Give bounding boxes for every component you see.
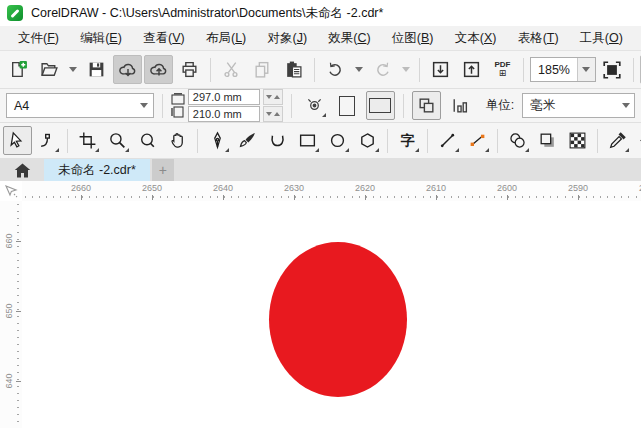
zoom-to-page-icon bbox=[602, 60, 622, 80]
pan-tool[interactable] bbox=[163, 126, 192, 155]
coreldraw-window: CorelDRAW - C:\Users\Administrator\Docum… bbox=[0, 0, 641, 447]
menu-item[interactable]: 编辑(E) bbox=[74, 28, 128, 49]
snap-target-icon bbox=[305, 96, 324, 115]
workspace: 266026502640263026202610260025902580 660… bbox=[0, 181, 641, 428]
import-button[interactable] bbox=[426, 55, 455, 84]
zoom-level-combobox[interactable]: 185% bbox=[530, 57, 596, 82]
ruler-label: 2630 bbox=[284, 183, 304, 193]
crop-tool[interactable] bbox=[73, 126, 102, 155]
toolbar-separator bbox=[633, 58, 634, 82]
chevron-down-icon bbox=[402, 67, 410, 72]
publish-to-pdf-button[interactable]: PDF⊞ bbox=[488, 55, 517, 84]
toolbar-separator bbox=[197, 129, 198, 153]
ruler-major-tick bbox=[16, 381, 21, 382]
paste-icon bbox=[284, 60, 303, 79]
redo-icon bbox=[373, 60, 392, 79]
shadow-tool[interactable] bbox=[503, 126, 532, 155]
new-document-icon bbox=[9, 60, 28, 79]
page-height-field[interactable]: 210.0 mm bbox=[188, 106, 260, 122]
menu-item[interactable]: 布局(L) bbox=[200, 28, 252, 49]
connector-tool[interactable] bbox=[463, 126, 492, 155]
print-button[interactable] bbox=[175, 55, 204, 84]
title-bar: CorelDRAW - C:\Users\Administrator\Docum… bbox=[0, 0, 641, 26]
undo-dropdown[interactable] bbox=[352, 57, 366, 82]
menu-item[interactable]: 文本(X) bbox=[449, 28, 503, 49]
menu-item[interactable]: 位图(B) bbox=[386, 28, 440, 49]
eyedropper-icon bbox=[608, 131, 627, 150]
menu-item[interactable]: 工具(O) bbox=[574, 28, 629, 49]
zoom-to-page-button[interactable] bbox=[598, 55, 627, 84]
menu-item[interactable]: 表格(T) bbox=[512, 28, 565, 49]
page-width-field[interactable]: 297.0 mm bbox=[188, 89, 260, 105]
transparency-tool[interactable] bbox=[563, 126, 592, 155]
menu-item[interactable]: 效果(C) bbox=[322, 28, 376, 49]
new-tab-button[interactable]: + bbox=[152, 159, 174, 181]
page-bars-icon bbox=[450, 96, 469, 115]
redo-button[interactable] bbox=[368, 55, 397, 84]
current-page-button[interactable] bbox=[445, 91, 474, 120]
connector-icon bbox=[468, 131, 487, 150]
vertical-ruler[interactable]: 660650640630 bbox=[0, 201, 22, 428]
document-tab-active[interactable]: 未命名 -2.cdr* bbox=[44, 159, 150, 181]
ruler-label: 2600 bbox=[497, 183, 517, 193]
portrait-orientation-button[interactable] bbox=[333, 91, 362, 120]
cursor-origin-icon bbox=[5, 185, 18, 198]
save-button[interactable] bbox=[82, 55, 111, 84]
paste-button[interactable] bbox=[279, 55, 308, 84]
paintbrush-icon bbox=[238, 131, 257, 150]
interactive-fill-tool[interactable] bbox=[633, 126, 641, 155]
cloud-download-button[interactable] bbox=[113, 55, 142, 84]
rectangle-tool[interactable] bbox=[293, 126, 322, 155]
cloud-upload-button[interactable] bbox=[144, 55, 173, 84]
block-shadow-tool[interactable] bbox=[533, 126, 562, 155]
snap-settings-button[interactable] bbox=[300, 91, 329, 120]
pick-tool[interactable] bbox=[3, 126, 32, 155]
eyedropper-tool[interactable] bbox=[603, 126, 632, 155]
polygon-tool[interactable] bbox=[353, 126, 382, 155]
export-button[interactable] bbox=[457, 55, 486, 84]
open-document-button[interactable] bbox=[35, 55, 64, 84]
text-tool-icon: 字 bbox=[401, 132, 415, 150]
page-size-dropdown[interactable] bbox=[136, 94, 153, 117]
zoom-tool[interactable] bbox=[103, 126, 132, 155]
ellipse-tool[interactable] bbox=[323, 126, 352, 155]
menu-item[interactable]: 查看(V) bbox=[137, 28, 191, 49]
export-icon bbox=[462, 60, 481, 79]
copy-button[interactable] bbox=[248, 55, 277, 84]
toolbar-separator bbox=[387, 129, 388, 153]
page-height-spinner[interactable] bbox=[263, 106, 283, 122]
shape-tool[interactable] bbox=[33, 126, 62, 155]
zoom-level-dropdown[interactable] bbox=[577, 58, 595, 81]
menu-item[interactable]: 对象(J) bbox=[261, 28, 313, 49]
toolbar-separator bbox=[403, 94, 404, 118]
new-document-button[interactable] bbox=[4, 55, 33, 84]
home-button[interactable] bbox=[0, 159, 44, 181]
page-dimensions-group: 297.0 mm 210.0 mm bbox=[171, 89, 283, 122]
bspline-tool[interactable] bbox=[263, 126, 292, 155]
all-pages-button[interactable] bbox=[412, 91, 441, 120]
open-document-dropdown[interactable] bbox=[66, 57, 80, 82]
page-size-combobox[interactable]: A4 bbox=[6, 93, 154, 118]
page-width-spinner[interactable] bbox=[263, 89, 283, 105]
landscape-orientation-button[interactable] bbox=[366, 91, 395, 120]
ruler-label: 2650 bbox=[142, 183, 162, 193]
units-dropdown[interactable] bbox=[617, 94, 634, 117]
redo-dropdown[interactable] bbox=[399, 57, 413, 82]
units-combobox[interactable]: 毫米 bbox=[522, 93, 635, 118]
ellipse-icon bbox=[328, 131, 347, 150]
drawn-ellipse[interactable] bbox=[269, 242, 407, 397]
drawing-canvas[interactable] bbox=[22, 201, 641, 428]
cut-button[interactable] bbox=[217, 55, 246, 84]
artistic-media-tool[interactable] bbox=[233, 126, 262, 155]
horizontal-ruler[interactable]: 266026502640263026202610260025902580 bbox=[22, 181, 641, 201]
zoom-out-tool[interactable] bbox=[133, 126, 162, 155]
pen-tool[interactable] bbox=[203, 126, 232, 155]
toolbar-separator bbox=[67, 129, 68, 153]
menu-item[interactable]: 文件(F) bbox=[12, 28, 65, 49]
text-tool[interactable]: 字 bbox=[393, 126, 422, 155]
ruler-origin-corner[interactable] bbox=[0, 181, 22, 201]
toolbar-separator bbox=[291, 94, 292, 118]
dimension-tool[interactable] bbox=[433, 126, 462, 155]
menu-bar: 文件(F)编辑(E)查看(V)布局(L)对象(J)效果(C)位图(B)文本(X)… bbox=[0, 26, 641, 51]
undo-button[interactable] bbox=[321, 55, 350, 84]
